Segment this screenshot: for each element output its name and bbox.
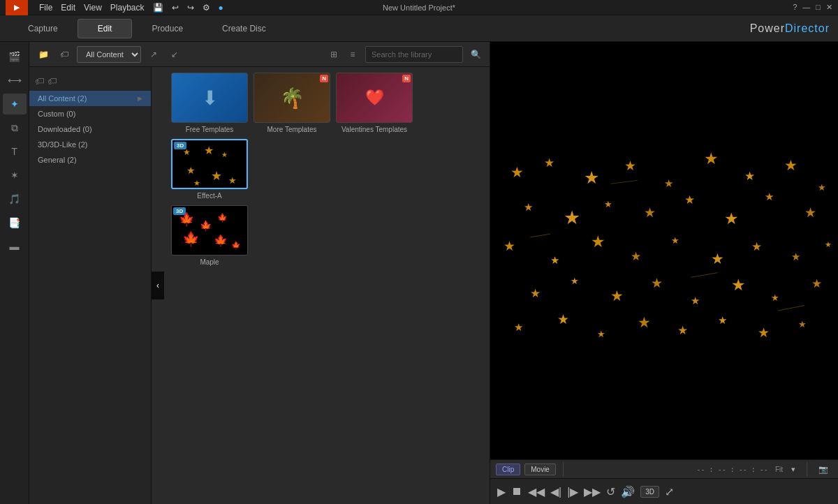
grid-item-free-templates[interactable]: ⬇ Free Templates	[171, 73, 248, 133]
svg-text:★: ★	[811, 276, 822, 290]
svg-text:★: ★	[510, 164, 524, 180]
category-tree: 🏷 🏷 All Content (2) ▶ Custom (0) Downloa…	[29, 67, 152, 504]
content-filter-dropdown[interactable]: All Content	[77, 46, 141, 63]
svg-text:★: ★	[765, 191, 774, 202]
step-back-button[interactable]: ◀|	[550, 485, 561, 498]
grid-item-maple[interactable]: 3D 🍁 🍁 🍁 🍁 🍁 🍁 Maple	[171, 205, 248, 266]
cat-3d[interactable]: 3D/3D-Like (2)	[29, 137, 151, 152]
menu-extra5[interactable]: ●	[219, 3, 223, 13]
svg-text:★: ★	[718, 314, 727, 326]
fast-forward-button[interactable]: ▶▶	[584, 485, 601, 498]
export-button[interactable]: ↗	[145, 46, 162, 63]
svg-text:★: ★	[544, 156, 554, 170]
loop-button[interactable]: ↺	[606, 485, 615, 498]
free-templates-label: Free Templates	[186, 126, 234, 133]
help-button[interactable]: ?	[793, 3, 797, 12]
menu-view[interactable]: View	[84, 3, 102, 13]
close-button[interactable]: ✕	[826, 3, 832, 12]
iconbar-audio[interactable]: 🎵	[3, 188, 27, 209]
tab-edit[interactable]: Edit	[78, 19, 133, 38]
iconbar-subtitles[interactable]: ▬	[3, 236, 27, 257]
menu-extra3[interactable]: ↪	[187, 3, 194, 13]
cat-all-content[interactable]: All Content (2) ▶	[29, 91, 151, 106]
valentines-badge: N	[402, 75, 411, 82]
left-iconbar: 🎬 ⟷ ✦ ⧉ T ✶ 🎵 📑 ▬	[0, 42, 29, 504]
menu-file[interactable]: File	[39, 3, 52, 13]
grid-view-button[interactable]: ⊞	[325, 46, 342, 63]
library-toolbar: 📁 🏷 All Content ↗ ↙ ⊞ ≡ 🔍	[29, 42, 490, 67]
preview-controls: Clip Movie -- : -- : -- : -- Fit ▾ 📷	[490, 459, 838, 479]
movie-button[interactable]: Movie	[524, 464, 556, 475]
grid-item-valentines[interactable]: N ❤️ Valentines Templates	[336, 73, 413, 133]
svg-text:★: ★	[624, 158, 636, 173]
grid-row-1: ⬇ Free Templates N 🌴 More Templates	[171, 73, 484, 200]
preview-video: ★ ★ ★ ★ ★ ★ ★ ★ ★ ★ ★ ★ ★ ★ ★ ★ ★ ★ ★ ★	[490, 42, 838, 459]
more-templates-label: More Templates	[267, 126, 317, 133]
tab-capture[interactable]: Capture	[8, 19, 78, 38]
svg-text:★: ★	[791, 251, 800, 262]
tab-produce[interactable]: Produce	[132, 19, 203, 38]
menu-extra4[interactable]: ⚙	[203, 3, 210, 13]
iconbar-transitions[interactable]: ⟷	[3, 70, 27, 91]
content-body: 🏷 🏷 All Content (2) ▶ Custom (0) Downloa…	[29, 67, 490, 504]
stop-button[interactable]: ⏹	[511, 485, 522, 498]
tab-create-disc[interactable]: Create Disc	[203, 19, 286, 38]
tag-button[interactable]: 🏷	[56, 46, 73, 63]
maple-thumb: 3D 🍁 🍁 🍁 🍁 🍁 🍁	[171, 205, 248, 255]
playback-bar: ▶ ⏹ ◀◀ ◀| |▶ ▶▶ ↺ 🔊 3D ⤢	[490, 479, 838, 504]
cat-general[interactable]: General (2)	[29, 152, 151, 168]
svg-text:★: ★	[731, 276, 746, 294]
iconbar-particles[interactable]: ✶	[3, 165, 27, 186]
filter-icon-2[interactable]: 🏷	[47, 75, 57, 87]
media-grid: ‹ ⬇ Free Templates N 🌴	[152, 67, 490, 504]
filter-icon-1[interactable]: 🏷	[35, 75, 45, 87]
svg-text:★: ★	[564, 207, 580, 228]
import-button[interactable]: ↙	[166, 46, 183, 63]
svg-text:★: ★	[671, 235, 679, 246]
grid-item-effect-a[interactable]: 3D ★ ★ ★ ★ ★ ★ ★ E	[171, 139, 248, 200]
cat-custom[interactable]: Custom (0)	[29, 106, 151, 121]
svg-text:★: ★	[591, 232, 605, 251]
cat-downloaded[interactable]: Downloaded (0)	[29, 121, 151, 137]
step-forward-button[interactable]: |▶	[567, 485, 578, 498]
snapshot-button[interactable]: 📷	[814, 464, 832, 475]
svg-text:★: ★	[631, 249, 641, 263]
svg-text:★: ★	[724, 209, 739, 228]
svg-text:★: ★	[784, 157, 797, 173]
iconbar-chapters[interactable]: 📑	[3, 212, 27, 233]
fullscreen-button[interactable]: ⤢	[665, 485, 674, 498]
add-media-button[interactable]: 📁	[35, 46, 52, 63]
iconbar-titles[interactable]: T	[3, 141, 27, 162]
maximize-button[interactable]: □	[816, 3, 821, 12]
fit-dropdown[interactable]: ▾	[787, 464, 800, 475]
menu-extra2[interactable]: ↩	[172, 3, 179, 13]
svg-text:★: ★	[597, 329, 605, 340]
search-icon[interactable]: 🔍	[467, 46, 484, 63]
svg-text:★: ★	[818, 182, 826, 193]
play-button[interactable]: ▶	[497, 485, 506, 498]
menu-bar: File Edit View Playback 💾 ↩ ↪ ⚙ ●	[39, 3, 223, 13]
valentines-thumb: N ❤️	[336, 73, 413, 123]
minimize-button[interactable]: —	[802, 3, 810, 12]
svg-text:★: ★	[704, 149, 719, 168]
rewind-button[interactable]: ◀◀	[528, 485, 545, 498]
menu-playback[interactable]: Playback	[110, 3, 145, 13]
volume-button[interactable]: 🔊	[621, 485, 635, 498]
scroll-left-button[interactable]: ‹	[152, 272, 164, 299]
3d-mode-button[interactable]: 3D	[640, 486, 659, 498]
grid-item-more-templates[interactable]: N 🌴 More Templates	[253, 73, 330, 133]
iconbar-media[interactable]: 🎬	[3, 46, 27, 67]
svg-text:★: ★	[571, 276, 579, 286]
list-view-button[interactable]: ≡	[344, 46, 361, 63]
download-icon: ⬇	[202, 87, 218, 110]
menu-edit[interactable]: Edit	[61, 3, 75, 13]
clip-button[interactable]: Clip	[496, 464, 520, 475]
iconbar-pip[interactable]: ⧉	[3, 117, 27, 138]
search-input[interactable]	[365, 46, 463, 63]
svg-text:★: ★	[503, 239, 515, 253]
svg-text:★: ★	[604, 199, 612, 209]
svg-text:★: ★	[644, 205, 656, 220]
menu-extra1[interactable]: 💾	[153, 3, 163, 13]
svg-text:★: ★	[684, 193, 695, 207]
iconbar-effects[interactable]: ✦	[3, 94, 27, 114]
